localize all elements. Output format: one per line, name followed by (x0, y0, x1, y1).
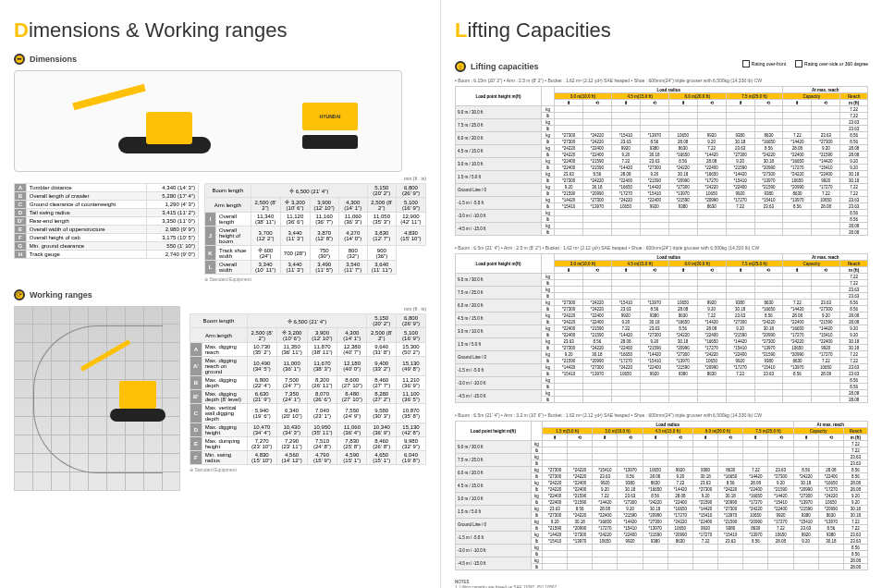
working-ranges-icon: ⟳ (14, 289, 25, 300)
rating-side-icon (795, 60, 802, 67)
dimensions-table: ATumbler distance4,340 (14' 3")BOverall … (14, 183, 199, 259)
lifting-table-2: Load point height m(ft)Load radiusAt max… (455, 253, 868, 403)
lifting-table-1: Load point height m(ft)Load radiusAt max… (455, 86, 868, 236)
dimensions-illustration (14, 70, 402, 172)
page-title-left: Dimensions & Working ranges (14, 18, 426, 43)
working-ranges-header: ⟳ Working ranges (14, 289, 426, 300)
config-note-3: • Boom : 6.5m (21' 4") • Arm : 3.2 m (10… (455, 412, 868, 418)
config-note-2: • Boom : 6.5m (21' 4") • Arm : 2.5 m (8'… (455, 245, 868, 251)
working-ranges-table: Boom length※ 6,500 (21' 4")5,150 (20' 2"… (190, 313, 426, 465)
lifting-table-3: Load point height m(ft)Load radiusAt max… (455, 421, 868, 570)
dimensions-header: ⬌ Dimensions (14, 54, 426, 65)
config-note-1: • Boom : 6.15m (20' 2") • Arm : 2.5 m (8… (455, 78, 868, 83)
lifting-legend: Rating over-front Rating over-side or 36… (742, 60, 868, 67)
dimensions-icon: ⬌ (14, 54, 25, 65)
unit-label: mm (ft · in) (14, 176, 426, 181)
lifting-icon: ↕ (455, 61, 466, 72)
working-range-illustration (14, 306, 180, 491)
page-title-right: Lifting Capacities (455, 18, 868, 43)
notes-block: NOTES 1. Lifting capacity are based on S… (455, 580, 868, 588)
rating-front-icon (742, 60, 750, 67)
dimensions-table-2: Boom length※ 6,500 (21' 4")5,150 (20' 2"… (204, 183, 426, 275)
lifting-header: ↕ Lifting capacities (455, 61, 539, 72)
